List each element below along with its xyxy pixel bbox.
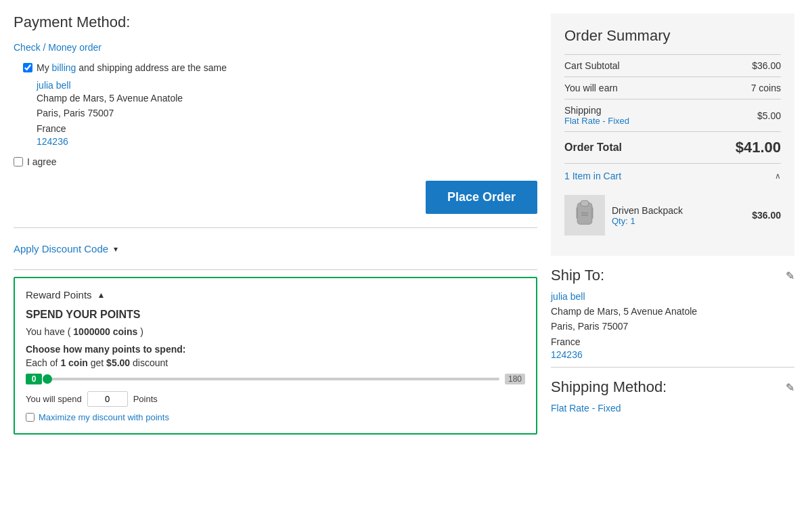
maximize-checkbox[interactable] (26, 413, 35, 422)
cart-item-qty: Qty: 1 (612, 216, 745, 226)
each-pre: Each of (26, 357, 60, 368)
reward-points-section: Reward Points ▲ SPEND YOUR POINTS You ha… (14, 277, 537, 435)
ship-to-city: Paris, Paris 75007 (551, 319, 794, 334)
ship-to-section: Ship To: ✎ julia bell Champ de Mars, 5 A… (551, 256, 794, 368)
shipping-sub-label[interactable]: Flat Rate - Fixed (564, 116, 629, 126)
order-total-row: Order Total $41.00 (564, 131, 781, 163)
cart-subtotal-row: Cart Subtotal $36.00 (564, 54, 781, 76)
payment-method-link[interactable]: Check / Money order (14, 42, 102, 53)
each-post: discount (130, 357, 168, 368)
slider-input-row: You will spend Points (26, 391, 525, 407)
billing-street: Champ de Mars, 5 Avenue Anatole (37, 91, 537, 106)
slider-track (47, 378, 499, 380)
ship-to-phone: 124236 (551, 349, 794, 360)
shipping-method-value: Flat Rate - Fixed (551, 403, 794, 414)
order-total-value: $41.00 (736, 139, 781, 156)
billing-phone: 124236 (37, 136, 537, 147)
you-will-earn-label: You will earn (564, 83, 618, 93)
slider-min-badge: 0 (26, 374, 42, 384)
ship-to-country: France (551, 334, 794, 349)
discount-label: Apply Discount Code (14, 243, 108, 254)
slider-row: 0 180 (26, 374, 525, 384)
shipping-row: Shipping Flat Rate - Fixed $5.00 (564, 99, 781, 131)
reward-header[interactable]: Reward Points ▲ (26, 289, 525, 309)
order-summary-box: Order Summary Cart Subtotal $36.00 You w… (551, 14, 794, 256)
svg-rect-5 (591, 207, 593, 219)
shipping-label: Shipping Flat Rate - Fixed (564, 105, 629, 126)
place-order-button[interactable]: Place Order (426, 181, 537, 214)
spend-have-suffix: ) (137, 326, 143, 337)
spend-have-coins: 1000000 coins (73, 326, 137, 337)
shipping-value: $5.00 (757, 110, 781, 121)
billing-name: julia bell (37, 80, 537, 91)
billing-link[interactable]: billing (52, 62, 76, 73)
cart-item-row: Driven Backpack Qty: 1 $36.00 (564, 188, 781, 242)
agree-checkbox[interactable] (14, 157, 23, 167)
each-coin: 1 coin (60, 357, 87, 368)
cart-toggle-row[interactable]: 1 Item in Cart ∧ (564, 163, 781, 188)
maximize-row: Maximize my discount with points (26, 412, 525, 422)
discount-chevron-icon: ▾ (114, 244, 118, 254)
billing-check-row: My billing and shipping address are the … (23, 62, 537, 73)
cart-item-details: Driven Backpack Qty: 1 (612, 205, 745, 226)
spend-have: You have ( 1000000 coins ) (26, 326, 525, 337)
billing-section: My billing and shipping address are the … (23, 62, 537, 147)
backpack-icon (568, 198, 602, 232)
shipping-method-edit-icon[interactable]: ✎ (786, 381, 794, 394)
shipping-method-title: Shipping Method: (551, 378, 667, 396)
choose-label-text: Choose how many points to spend: (26, 344, 185, 355)
spend-title: SPEND YOUR POINTS (26, 309, 525, 321)
cart-toggle-chevron-icon: ∧ (775, 171, 781, 181)
cart-item-qty-value: 1 (630, 216, 635, 226)
each-label: Each of 1 coin get $5.00 discount (26, 357, 525, 368)
shipping-method-section: Shipping Method: ✎ Flat Rate - Fixed (551, 368, 794, 420)
ship-to-title: Ship To: (551, 267, 604, 284)
each-mid: get (88, 357, 106, 368)
you-will-earn-value: 7 coins (751, 83, 781, 93)
cart-subtotal-value: $36.00 (752, 60, 781, 71)
cart-subtotal-label: Cart Subtotal (564, 60, 620, 71)
you-will-spend-label: You will spend (26, 394, 82, 404)
points-label: Points (133, 394, 158, 404)
page-title: Payment Method: (14, 14, 537, 31)
spend-have-prefix: You have ( (26, 326, 73, 337)
ship-to-header: Ship To: ✎ (551, 267, 794, 284)
billing-same-checkbox[interactable] (23, 63, 32, 72)
billing-same-label: My billing and shipping address are the … (37, 62, 227, 73)
place-order-row: Place Order (14, 181, 537, 214)
cart-item-name: Driven Backpack (612, 205, 745, 216)
divider-2 (14, 269, 537, 270)
left-column: Payment Method: Check / Money order My b… (14, 14, 537, 441)
billing-city: Paris, Paris 75007 (37, 106, 537, 120)
billing-country: France (37, 121, 537, 136)
order-total-label: Order Total (564, 141, 622, 154)
order-summary-title: Order Summary (564, 27, 781, 45)
agree-row: I agree (14, 156, 537, 167)
svg-rect-4 (577, 207, 579, 219)
discount-header[interactable]: Apply Discount Code ▾ (14, 235, 537, 263)
ship-to-edit-icon[interactable]: ✎ (786, 269, 794, 282)
cart-item-price: $36.00 (752, 210, 781, 221)
billing-address: julia bell Champ de Mars, 5 Avenue Anato… (37, 80, 537, 147)
ship-to-name: julia bell (551, 291, 794, 302)
maximize-label[interactable]: Maximize my discount with points (39, 412, 169, 422)
slider-thumb[interactable] (43, 374, 52, 384)
svg-rect-1 (581, 200, 589, 206)
reward-label: Reward Points (26, 289, 92, 301)
divider-1 (14, 227, 537, 228)
agree-label: I agree (27, 156, 57, 167)
shipping-method-header: Shipping Method: ✎ (551, 378, 794, 396)
cart-toggle-label: 1 Item in Cart (564, 171, 621, 181)
choose-label: Choose how many points to spend: (26, 344, 525, 355)
cart-item-image (564, 195, 605, 236)
slider-max-badge: 180 (505, 374, 525, 384)
right-column: Order Summary Cart Subtotal $36.00 You w… (551, 14, 794, 441)
you-will-earn-row: You will earn 7 coins (564, 76, 781, 99)
reward-chevron-icon: ▲ (97, 290, 106, 300)
points-input[interactable] (87, 391, 128, 407)
each-amount: $5.00 (106, 357, 130, 368)
ship-to-street: Champ de Mars, 5 Avenue Anatole (551, 304, 794, 319)
discount-section: Apply Discount Code ▾ (14, 235, 537, 263)
